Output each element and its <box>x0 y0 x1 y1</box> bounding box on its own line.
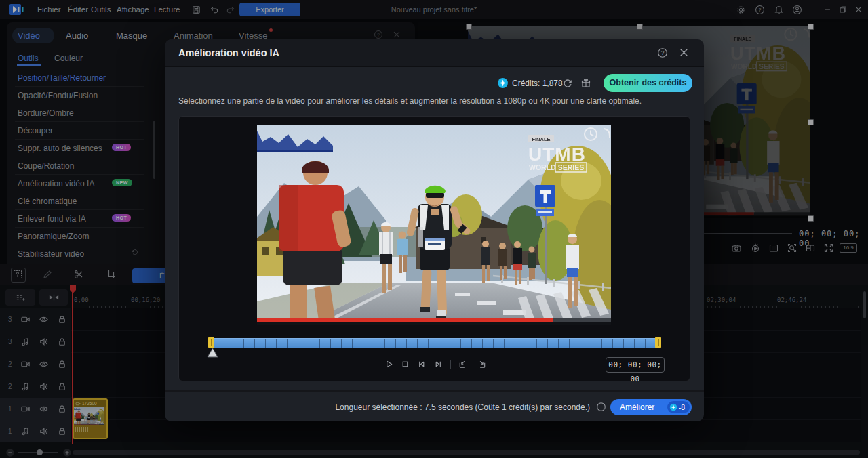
credits-drop-icon <box>497 77 509 89</box>
stop-icon[interactable] <box>400 359 410 369</box>
trim-slider-track[interactable] <box>211 338 658 348</box>
play-icon[interactable] <box>384 359 394 369</box>
trim-handle-left[interactable] <box>208 337 214 348</box>
mark-in-icon[interactable] <box>457 359 469 369</box>
next-frame-icon[interactable] <box>433 359 443 369</box>
modal-preview-container: 00; 00; 00; 00 <box>178 116 690 381</box>
previous-frame-icon[interactable] <box>416 359 427 369</box>
modal-title: Amélioration vidéo IA <box>178 39 279 66</box>
selection-length-text: Longueur sélectionnée : 7.5 secondes (Co… <box>165 402 590 412</box>
improve-button-label: Améliorer <box>620 402 654 412</box>
get-credits-button[interactable]: Obtenir des crédits <box>604 74 692 92</box>
info-icon[interactable] <box>596 402 606 412</box>
mark-out-icon[interactable] <box>475 359 488 369</box>
modal-footer-divider <box>165 390 704 392</box>
modal-timecode: 00; 00; 00; 00 <box>606 357 665 373</box>
refresh-credits-icon[interactable] <box>562 78 573 89</box>
improve-cost-pill: -8 <box>667 401 690 413</box>
controls-divider <box>450 360 451 369</box>
modal-close-icon[interactable] <box>678 47 690 58</box>
ai-enhance-modal: Amélioration vidéo IA Crédits: 1,878 Obt… <box>165 39 704 421</box>
improve-cost-value: -8 <box>679 403 685 411</box>
modal-help-icon[interactable] <box>657 47 668 58</box>
trim-handle-right[interactable] <box>655 337 661 348</box>
modal-video <box>257 125 611 325</box>
improve-button[interactable]: Améliorer -8 <box>610 399 692 415</box>
app-window: Fichier Éditer Outils Affichage Lecture … <box>0 0 868 458</box>
cost-drop-icon <box>669 403 677 411</box>
credits-label: Crédits: 1,878 <box>512 79 563 88</box>
gift-icon[interactable] <box>580 78 591 89</box>
trim-playhead[interactable] <box>207 348 218 358</box>
modal-description: Sélectionnez une partie de la vidéo pour… <box>178 96 680 106</box>
